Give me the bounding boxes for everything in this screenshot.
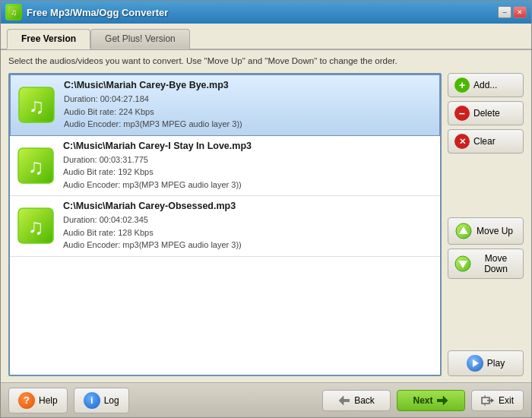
svg-rect-16 <box>344 399 350 402</box>
table-row[interactable]: ♫ C:\Music\Mariah Carey-I Stay In Love.m… <box>10 136 440 197</box>
button-spacer <box>448 157 524 214</box>
exit-button[interactable]: Exit <box>471 390 524 411</box>
instruction-text: Select the audios/videos you want to con… <box>8 56 524 65</box>
file-duration: Duration: 00:04:27.184 <box>64 93 433 106</box>
move-up-label: Move Up <box>477 226 513 236</box>
window-title: Free Mp3/Wma/Ogg Converter <box>27 7 498 18</box>
tab-free-version[interactable]: Free Version <box>7 29 90 49</box>
next-label: Next <box>413 395 432 406</box>
main-window: ♫ Free Mp3/Wma/Ogg Converter – ✕ Free Ve… <box>0 0 532 418</box>
move-up-button[interactable]: Move Up <box>448 217 524 245</box>
svg-text:♫: ♫ <box>29 94 45 118</box>
clear-label: Clear <box>473 136 496 147</box>
sidebar-buttons: + Add... – Delete ✕ Clear <box>448 73 524 376</box>
file-name: C:\Music\Mariah Carey-Obsessed.mp3 <box>63 201 434 211</box>
file-icon: ♫ <box>17 85 56 125</box>
arrow-up-icon <box>454 222 473 240</box>
log-button[interactable]: i Log <box>74 388 129 413</box>
file-name: C:\Music\Mariah Carey-Bye Bye.mp3 <box>64 80 433 90</box>
file-icon: ♫ <box>16 206 55 245</box>
info-icon: i <box>84 392 100 409</box>
table-row[interactable]: ♫ C:\Music\Mariah Carey-Bye Bye.mp3 Dura… <box>10 74 440 136</box>
svg-marker-17 <box>443 396 448 405</box>
help-icon: ? <box>18 392 35 409</box>
main-content: Select the audios/videos you want to con… <box>1 50 531 382</box>
arrow-down-icon <box>454 255 471 273</box>
delete-button[interactable]: – Delete <box>448 101 524 125</box>
move-down-button[interactable]: Move Down <box>448 249 524 279</box>
x-icon: ✕ <box>454 134 470 149</box>
file-name: C:\Music\Mariah Carey-I Stay In Love.mp3 <box>63 141 434 151</box>
plus-icon: + <box>454 78 470 93</box>
clear-button[interactable]: ✕ Clear <box>448 129 524 154</box>
next-icon <box>436 395 448 406</box>
next-button[interactable]: Next <box>397 390 465 411</box>
titlebar: ♫ Free Mp3/Wma/Ogg Converter – ✕ <box>1 1 531 24</box>
help-button[interactable]: ? Help <box>8 388 68 413</box>
file-icon: ♫ <box>16 146 55 185</box>
move-down-label: Move Down <box>475 253 517 274</box>
back-button[interactable]: Back <box>322 390 391 411</box>
exit-icon <box>481 394 495 407</box>
minus-icon: – <box>454 106 470 121</box>
app-icon: ♫ <box>5 4 22 21</box>
minimize-button[interactable]: – <box>498 6 511 18</box>
add-button[interactable]: + Add... <box>448 73 524 97</box>
file-info: C:\Music\Mariah Carey-Obsessed.mp3 Durat… <box>63 201 434 252</box>
bottom-bar: ? Help i Log Back Next <box>1 382 531 417</box>
button-spacer2 <box>448 283 524 339</box>
file-bitrate: Audio Bit rate: 128 Kbps <box>63 226 434 239</box>
exit-label: Exit <box>499 395 514 406</box>
file-info: C:\Music\Mariah Carey-I Stay In Love.mp3… <box>63 141 434 192</box>
content-area: ♫ C:\Music\Mariah Carey-Bye Bye.mp3 Dura… <box>8 73 524 376</box>
help-label: Help <box>39 395 58 406</box>
file-encoder: Audio Encoder: mp3(MP3 MPEG audio layer … <box>63 239 434 252</box>
table-row[interactable]: ♫ C:\Music\Mariah Carey-Obsessed.mp3 Dur… <box>10 196 440 257</box>
svg-text:♫: ♫ <box>11 8 17 17</box>
play-button[interactable]: Play <box>448 350 524 376</box>
file-encoder: Audio Encoder: mp3(MP3 MPEG audio layer … <box>63 179 434 192</box>
play-label: Play <box>487 358 505 369</box>
file-encoder: Audio Encoder: mp3(MP3 MPEG audio layer … <box>64 118 433 131</box>
file-duration: Duration: 00:03:31.775 <box>63 154 434 166</box>
window-controls: – ✕ <box>498 6 527 18</box>
log-label: Log <box>104 395 119 406</box>
tab-bar: Free Version Get Plus! Version <box>1 24 531 50</box>
delete-label: Delete <box>473 108 500 119</box>
file-list[interactable]: ♫ C:\Music\Mariah Carey-Bye Bye.mp3 Dura… <box>8 73 442 376</box>
file-info: C:\Music\Mariah Carey-Bye Bye.mp3 Durati… <box>64 80 433 131</box>
play-icon <box>467 355 483 372</box>
svg-rect-18 <box>437 399 443 402</box>
svg-marker-15 <box>339 396 344 405</box>
back-icon <box>338 395 350 406</box>
svg-text:♫: ♫ <box>28 155 44 179</box>
add-label: Add... <box>473 80 497 90</box>
svg-marker-21 <box>491 398 494 403</box>
back-label: Back <box>354 395 375 406</box>
file-bitrate: Audio Bit rate: 224 Kbps <box>64 106 433 119</box>
tab-plus-version[interactable]: Get Plus! Version <box>90 29 190 49</box>
file-duration: Duration: 00:04:02.345 <box>63 214 434 226</box>
file-bitrate: Audio Bit rate: 192 Kbps <box>63 166 434 179</box>
svg-text:♫: ♫ <box>28 215 44 239</box>
close-button[interactable]: ✕ <box>513 6 527 18</box>
